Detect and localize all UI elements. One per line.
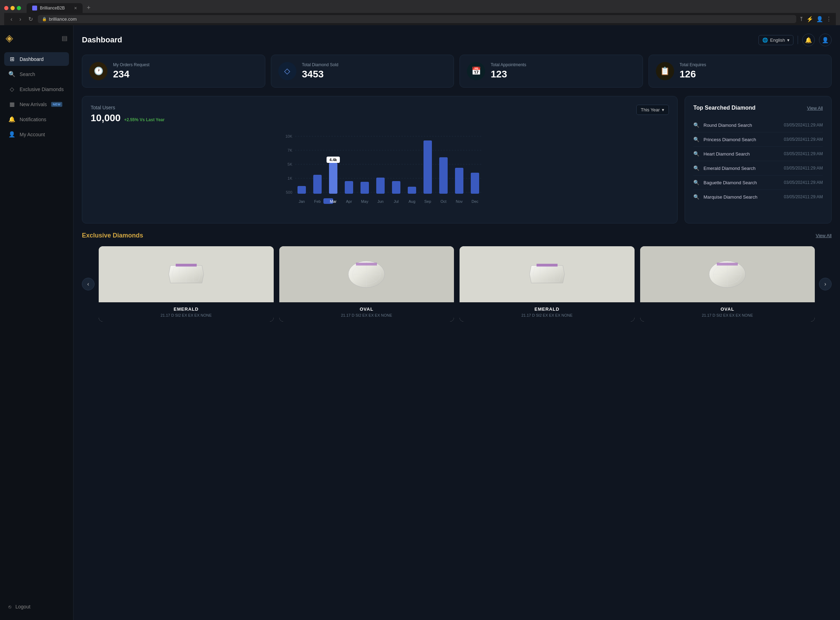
header-actions: 🌐 English ▾ 🔔 👤 (759, 34, 832, 46)
bar-chart: 10K 7K 5K 1K 500 4.4k (91, 129, 669, 215)
diamond-card-info: OVAL 21.17 D SI2 EX EX EX NONE (279, 302, 454, 322)
stats-grid: 🕐 My Orders Request 234 ◇ Total Diamond … (82, 55, 832, 87)
svg-text:Aug: Aug (408, 199, 416, 203)
sidebar-logo: ◈ ▤ (4, 32, 69, 44)
stat-card-enquires[interactable]: 📋 Total Enquires 126 (648, 55, 832, 87)
sidebar-item-my-account[interactable]: 👤 My Account (4, 128, 69, 141)
search-item-name: Princess Diamond Search (704, 137, 780, 142)
back-button[interactable]: ‹ (8, 15, 14, 23)
browser-menu-button[interactable]: ⋮ (826, 16, 832, 23)
reload-button[interactable]: ↻ (26, 15, 35, 23)
diamond-card[interactable]: EMERALD 21.17 D SI2 EX EX EX NONE (459, 246, 634, 322)
page-header: Dashboard 🌐 English ▾ 🔔 👤 (82, 34, 832, 46)
ssl-lock-icon: 🔒 (42, 17, 47, 21)
svg-rect-16 (360, 182, 369, 194)
chart-growth: +2.55% Vs Last Year (124, 117, 165, 122)
carousel-next-button[interactable]: › (819, 278, 832, 290)
diamond-card-info: EMERALD 21.17 D SI2 EX EX EX NONE (459, 302, 634, 322)
search-item-date: 03/05/202411:29:AM (784, 194, 823, 199)
page-title: Dashboard (82, 35, 122, 45)
diamond-card[interactable]: EMERALD 21.17 D SI2 EX EX EX NONE (99, 246, 274, 322)
user-icon: 👤 (822, 37, 829, 44)
stat-card-appointments[interactable]: 📅 Total Appointments 123 (459, 55, 643, 87)
enquires-icon-wrapper: 📋 (656, 62, 674, 80)
chart-total-users: 10,000 (91, 113, 121, 123)
svg-rect-20 (423, 140, 432, 194)
svg-rect-10 (297, 186, 306, 194)
sidebar-label-search: Search (20, 71, 35, 77)
search-item[interactable]: 🔍 Baguette Diamond Search 03/05/202411:2… (693, 176, 823, 190)
svg-text:7K: 7K (288, 148, 292, 152)
sidebar-item-notifications[interactable]: 🔔 Notifications (4, 113, 69, 126)
sidebar-label-account: My Account (20, 132, 45, 137)
chart-svg: 10K 7K 5K 1K 500 4.4k (91, 129, 669, 213)
browser-tab[interactable]: BrillianceB2B × (27, 3, 82, 13)
bookmark-button[interactable]: ⤒ (799, 16, 804, 23)
appointments-icon: 📅 (471, 66, 481, 76)
close-window-button[interactable] (4, 6, 8, 10)
search-item[interactable]: 🔍 Princess Diamond Search 03/05/202411:2… (693, 132, 823, 147)
search-item-name: Marquise Diamond Search (704, 194, 780, 200)
exclusive-diamonds-section: Exclusive Diamonds View All ‹ EMERALD 21… (82, 232, 832, 322)
browser-action-buttons: ⤒ ⚡ 👤 ⋮ (799, 16, 832, 23)
search-item[interactable]: 🔍 Emerald Diamond Search 03/05/202411:29… (693, 161, 823, 176)
top-searched-view-all[interactable]: View All (807, 105, 823, 111)
diamond-image (99, 246, 274, 302)
sidebar-item-new-arrivals[interactable]: ▦ New Arrivals NEW (4, 97, 69, 111)
new-tab-button[interactable]: + (84, 3, 93, 13)
chart-title: Total Users (91, 105, 165, 110)
notifications-header-button[interactable]: 🔔 (802, 34, 815, 46)
svg-rect-11 (313, 175, 322, 194)
sidebar-item-dashboard[interactable]: ⊞ Dashboard (4, 52, 69, 66)
diamond-sold-label: Total Diamond Sold (302, 62, 447, 67)
stat-card-orders[interactable]: 🕐 My Orders Request 234 (82, 55, 265, 87)
diamond-specs: 21.17 D SI2 EX EX EX NONE (284, 313, 450, 318)
chart-info: Total Users 10,000 +2.55% Vs Last Year (91, 105, 165, 123)
diamond-card-info: OVAL 21.17 D SI2 EX EX EX NONE (640, 302, 815, 322)
search-item-name: Heart Diamond Search (704, 151, 780, 157)
address-bar[interactable]: 🔒 brilliance.com (38, 15, 796, 23)
svg-rect-18 (392, 181, 400, 194)
profile-button[interactable]: 👤 (816, 16, 823, 23)
diamond-card[interactable]: OVAL 21.17 D SI2 EX EX EX NONE (279, 246, 454, 322)
exclusive-section-header: Exclusive Diamonds View All (82, 232, 832, 239)
search-item-icon: 🔍 (693, 194, 699, 200)
sidebar-item-search[interactable]: 🔍 Search (4, 67, 69, 81)
exclusive-view-all[interactable]: View All (816, 233, 832, 238)
chart-panel: Total Users 10,000 +2.55% Vs Last Year T… (82, 96, 678, 223)
diamond-shape-label: EMERALD (464, 307, 630, 312)
carousel-prev-button[interactable]: ‹ (82, 278, 94, 290)
year-selector[interactable]: This Year ▾ (636, 105, 669, 115)
diamond-specs: 21.17 D SI2 EX EX EX NONE (103, 313, 270, 318)
tab-close-button[interactable]: × (74, 5, 77, 11)
svg-rect-15 (345, 181, 353, 194)
sidebar-item-exclusive-diamonds[interactable]: ◇ Exclusive Diamonds (4, 82, 69, 96)
search-item[interactable]: 🔍 Marquise Diamond Search 03/05/202411:2… (693, 190, 823, 204)
chart-value-container: 10,000 +2.55% Vs Last Year (91, 113, 165, 123)
search-item[interactable]: 🔍 Heart Diamond Search 03/05/202411:29:A… (693, 147, 823, 161)
search-item-name: Baguette Diamond Search (704, 180, 780, 185)
search-item-icon: 🔍 (693, 166, 699, 171)
diamond-shape-label: OVAL (284, 307, 450, 312)
stat-card-diamond-sold[interactable]: ◇ Total Diamond Sold 3453 (271, 55, 454, 87)
top-searched-panel: Top Searched Diamond View All 🔍 Round Di… (685, 96, 832, 223)
svg-rect-50 (356, 263, 377, 265)
extensions-button[interactable]: ⚡ (806, 16, 813, 23)
minimize-window-button[interactable] (10, 6, 15, 10)
top-searched-title: Top Searched Diamond (693, 105, 756, 111)
svg-text:Apr: Apr (346, 199, 352, 203)
diamond-card[interactable]: OVAL 21.17 D SI2 EX EX EX NONE (640, 246, 815, 322)
notifications-icon: 🔔 (8, 116, 15, 123)
language-selector[interactable]: 🌐 English ▾ (759, 35, 794, 45)
profile-header-button[interactable]: 👤 (819, 34, 832, 46)
appointments-value: 123 (491, 69, 636, 80)
svg-rect-12 (329, 163, 338, 194)
sidebar-toggle-button[interactable]: ▤ (62, 34, 68, 42)
logout-button[interactable]: ⎋ Logout (4, 600, 69, 613)
search-item[interactable]: 🔍 Round Diamond Search 03/05/202411:29:A… (693, 118, 823, 132)
maximize-window-button[interactable] (17, 6, 21, 10)
orders-label: My Orders Request (113, 62, 258, 67)
forward-button[interactable]: › (17, 15, 23, 23)
url-text: brilliance.com (49, 17, 76, 22)
svg-text:Mar: Mar (330, 199, 337, 203)
